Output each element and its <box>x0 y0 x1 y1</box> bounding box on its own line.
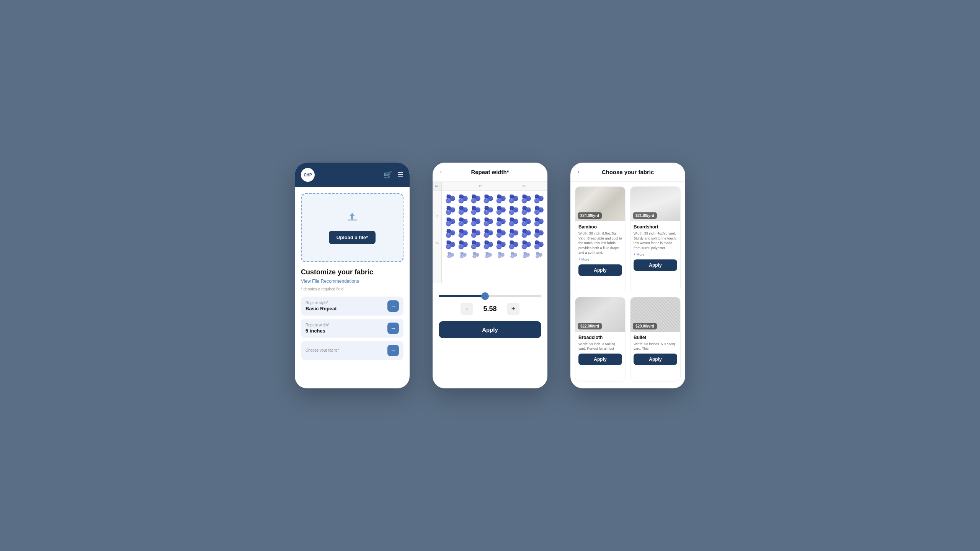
fabric-grid: $24.00/yrd Bamboo Width: 58 inch. 6.5oz/… <box>570 182 685 386</box>
pattern-cell: 🫐 <box>457 228 469 238</box>
pattern-cell: 🫐 <box>533 228 544 238</box>
side-tick-24: 24 <box>433 241 441 256</box>
bamboo-more-link[interactable]: + More <box>578 258 622 261</box>
back-button[interactable]: ← <box>439 168 446 176</box>
pattern-cell: 🫐 <box>445 194 456 204</box>
option-info: Repeat style* Basic Repeat <box>305 301 337 311</box>
pattern-cell: 🫐 <box>483 217 494 227</box>
broadcloth-name: Broadcloth <box>578 335 622 340</box>
bullet-apply-button[interactable]: Apply <box>634 354 677 365</box>
bamboo-info: Bamboo Width: 58 inch. 6.5oz/Sq Yard. Br… <box>575 221 625 279</box>
view-recommendations-link[interactable]: View File Recommendations <box>301 279 403 284</box>
pattern-cell: 🫐 <box>521 251 532 259</box>
pattern-area: 12 24 🫐 🫐 🫐 🫐 🫐 🫐 🫐 🫐 🫐 🫐 � <box>433 191 547 283</box>
increment-button[interactable]: + <box>507 303 519 315</box>
pattern-cell: 🫐 <box>457 217 469 227</box>
pattern-cell: 🫐 <box>483 251 494 259</box>
screen-customize: CHP 🛒 ☰ Upload a file* Customize your fa… <box>295 163 410 388</box>
fabric-card-bullet: $20.00/yrd Bullet Width: 58 inches. 5.9 … <box>630 297 681 381</box>
repeat-width-arrow[interactable]: → <box>387 323 399 334</box>
pattern-cell: 🫐 <box>470 205 481 215</box>
pattern-cell: 🫐 <box>521 205 532 215</box>
pattern-cell: 🫐 <box>470 228 481 238</box>
slider-fill <box>439 295 485 297</box>
pattern-preview: in. 12 24 12 24 🫐 🫐 🫐 🫐 � <box>433 182 547 289</box>
pattern-cell: 🫐 <box>533 251 544 259</box>
pattern-cell: 🫐 <box>508 194 519 204</box>
pattern-cell: 🫐 <box>533 217 544 227</box>
pattern-cell: 🫐 <box>508 251 519 259</box>
pattern-cell: 🫐 <box>483 194 494 204</box>
pattern-cell: 🫐 <box>495 240 506 250</box>
pattern-cell: 🫐 <box>445 251 456 259</box>
broadcloth-apply-button[interactable]: Apply <box>578 354 622 365</box>
pattern-cell: 🫐 <box>521 240 532 250</box>
option-info: Repeat width* 5 inches <box>305 323 329 334</box>
upload-button[interactable]: Upload a file* <box>329 231 376 244</box>
side-tick-0 <box>433 191 441 206</box>
pattern-cell: 🫐 <box>470 240 481 250</box>
pattern-cell: 🫐 <box>495 205 506 215</box>
decrement-button[interactable]: - <box>461 303 473 315</box>
pattern-cell: 🫐 <box>483 228 494 238</box>
repeat-width-value: 5 inches <box>305 328 329 334</box>
pattern-cell: 🫐 <box>521 217 532 227</box>
repeat-style-label: Repeat style* <box>305 301 337 305</box>
slider-track[interactable] <box>439 295 541 297</box>
pattern-cell: 🫐 <box>533 194 544 204</box>
boardshort-apply-button[interactable]: Apply <box>634 259 677 271</box>
repeat-style-arrow[interactable]: → <box>387 300 399 312</box>
fabric-image-bullet: $20.00/yrd <box>630 297 680 332</box>
bamboo-name: Bamboo <box>578 224 622 230</box>
broadcloth-price: $22.00/yrd <box>578 323 602 329</box>
required-note: * denotes a required field. <box>301 287 403 291</box>
screen2-title: Repeat width* <box>471 169 509 175</box>
fabric-card-bamboo: $24.00/yrd Bamboo Width: 58 inch. 6.5oz/… <box>575 186 626 292</box>
svg-marker-2 <box>350 213 354 216</box>
choose-fabric-arrow[interactable]: → <box>387 345 399 356</box>
screen-choose-fabric: ← Choose your fabric $24.00/yrd Bamboo W… <box>570 163 685 388</box>
option-row-choose-fabric[interactable]: Choose your fabric* → <box>301 341 403 360</box>
pattern-cell: 🫐 <box>508 205 519 215</box>
header-icons: 🛒 ☰ <box>384 171 403 179</box>
fabric-card-boardshort: $21.00/yrd Boardshort Width: 59 inch. 4o… <box>630 186 681 292</box>
pattern-cell: 🫐 <box>445 205 456 215</box>
bamboo-desc: Width: 58 inch. 6.5oz/Sq Yard. Breathabl… <box>578 231 622 255</box>
cart-icon[interactable]: 🛒 <box>384 171 392 179</box>
top-ruler: in. 12 24 <box>433 182 547 191</box>
slider-thumb[interactable] <box>481 292 489 300</box>
screen1-header: CHP 🛒 ☰ <box>295 163 410 187</box>
pattern-cell: 🫐 <box>495 217 506 227</box>
pattern-cell: 🫐 <box>470 217 481 227</box>
apply-button[interactable]: Apply <box>439 321 541 338</box>
upload-area[interactable]: Upload a file* <box>301 193 403 262</box>
pattern-cell: 🫐 <box>445 240 456 250</box>
option-row-repeat-style[interactable]: Repeat style* Basic Repeat → <box>301 297 403 316</box>
bullet-price: $20.00/yrd <box>633 323 657 329</box>
screen-repeat-width: ← Repeat width* in. 12 24 12 24 🫐 <box>433 163 547 388</box>
side-ruler: 12 24 <box>433 191 442 283</box>
slider-section: - 5.58 + Apply <box>433 289 547 344</box>
pattern-cell: 🫐 <box>533 240 544 250</box>
fabric-image-boardshort: $21.00/yrd <box>630 187 680 221</box>
back-button-3[interactable]: ← <box>577 168 583 176</box>
pattern-cell: 🫐 <box>533 205 544 215</box>
pattern-cell: 🫐 <box>457 251 469 259</box>
menu-icon[interactable]: ☰ <box>397 171 403 179</box>
repeat-style-value: Basic Repeat <box>305 306 337 311</box>
pattern-cell: 🫐 <box>508 217 519 227</box>
ruler-numbers: 12 24 <box>442 182 547 191</box>
repeat-width-label: Repeat width* <box>305 323 329 327</box>
pattern-cell: 🫐 <box>483 240 494 250</box>
bamboo-apply-button[interactable]: Apply <box>578 264 622 276</box>
option-row-repeat-width[interactable]: Repeat width* 5 inches → <box>301 319 403 338</box>
pattern-cell: 🫐 <box>445 228 456 238</box>
boardshort-more-link[interactable]: + More <box>634 253 677 256</box>
boardshort-name: Boardshort <box>634 224 677 230</box>
pattern-cell: 🫐 <box>457 194 469 204</box>
bullet-name: Bullet <box>634 335 677 340</box>
option-info: Choose your fabric* <box>305 348 339 353</box>
screen3-header: ← Choose your fabric <box>570 163 685 182</box>
upload-icon <box>346 211 358 226</box>
customize-title: Customize your fabric <box>301 268 403 276</box>
